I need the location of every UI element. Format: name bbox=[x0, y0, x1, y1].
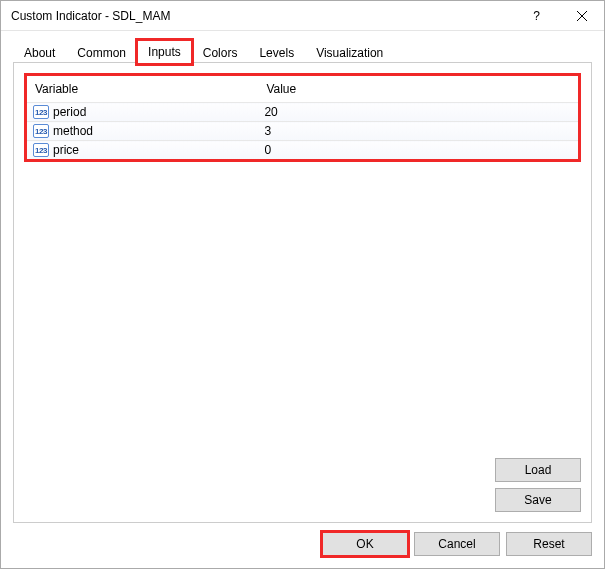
table-row[interactable]: 123 method 3 bbox=[27, 122, 578, 141]
tabs-row: About Common Inputs Colors Levels Visual… bbox=[1, 31, 604, 63]
parameters-table: Variable Value 123 period 20 bbox=[27, 76, 578, 159]
tab-colors[interactable]: Colors bbox=[192, 41, 249, 64]
titlebar: Custom Indicator - SDL_MAM ? bbox=[1, 1, 604, 31]
variable-name: period bbox=[53, 105, 86, 119]
ok-button[interactable]: OK bbox=[322, 532, 408, 556]
window-title: Custom Indicator - SDL_MAM bbox=[11, 9, 514, 23]
save-button[interactable]: Save bbox=[495, 488, 581, 512]
tab-visualization[interactable]: Visualization bbox=[305, 41, 394, 64]
variable-value[interactable]: 3 bbox=[258, 122, 578, 141]
help-icon: ? bbox=[533, 9, 540, 23]
close-icon bbox=[577, 11, 587, 21]
table-row[interactable]: 123 price 0 bbox=[27, 141, 578, 160]
tab-about[interactable]: About bbox=[13, 41, 66, 64]
tab-common[interactable]: Common bbox=[66, 41, 137, 64]
variable-name: price bbox=[53, 143, 79, 157]
close-button[interactable] bbox=[559, 1, 604, 31]
tab-levels[interactable]: Levels bbox=[248, 41, 305, 64]
tab-panel-inputs: Variable Value 123 period 20 bbox=[13, 62, 592, 523]
side-buttons: Load Save bbox=[495, 458, 581, 512]
integer-type-icon: 123 bbox=[33, 124, 49, 138]
variable-value[interactable]: 0 bbox=[258, 141, 578, 160]
dialog-buttons-row: OK Cancel Reset bbox=[1, 532, 604, 568]
tab-inputs[interactable]: Inputs bbox=[137, 40, 192, 64]
variable-name: method bbox=[53, 124, 93, 138]
column-header-value[interactable]: Value bbox=[258, 76, 578, 103]
dialog-window: Custom Indicator - SDL_MAM ? About Commo… bbox=[0, 0, 605, 569]
help-button[interactable]: ? bbox=[514, 1, 559, 31]
integer-type-icon: 123 bbox=[33, 143, 49, 157]
parameters-box: Variable Value 123 period 20 bbox=[24, 73, 581, 162]
cancel-button[interactable]: Cancel bbox=[414, 532, 500, 556]
variable-value[interactable]: 20 bbox=[258, 103, 578, 122]
table-row[interactable]: 123 period 20 bbox=[27, 103, 578, 122]
column-header-variable[interactable]: Variable bbox=[27, 76, 258, 103]
integer-type-icon: 123 bbox=[33, 105, 49, 119]
load-button[interactable]: Load bbox=[495, 458, 581, 482]
reset-button[interactable]: Reset bbox=[506, 532, 592, 556]
